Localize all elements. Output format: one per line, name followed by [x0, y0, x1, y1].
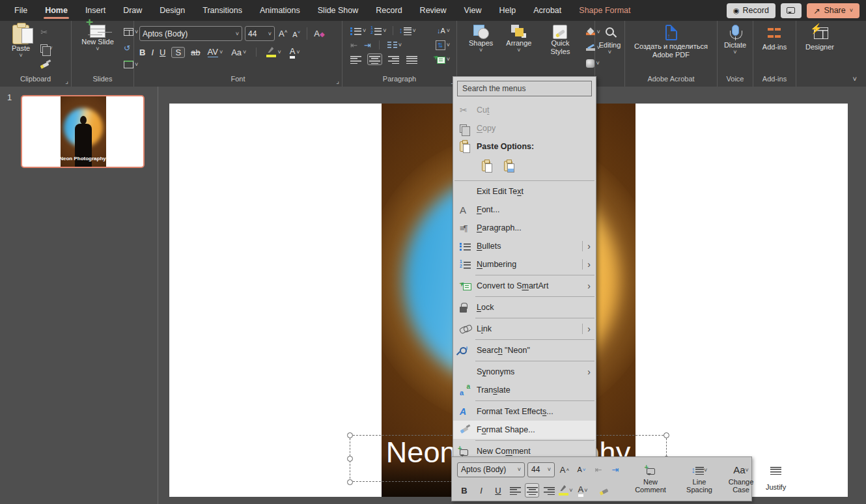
underline-button[interactable]: U	[160, 48, 165, 57]
justify-button[interactable]	[405, 53, 419, 65]
font-family-combobox[interactable]: Aptos (Body) ˅	[139, 26, 242, 41]
change-case-button[interactable]: Aa ˅	[230, 46, 247, 58]
paste-keep-formatting-button[interactable]	[478, 158, 494, 174]
mini-new-comment-button[interactable]: New Comment	[628, 457, 673, 501]
text-shadow-button[interactable]: S	[171, 47, 185, 58]
italic-button[interactable]: I	[151, 48, 154, 57]
resize-handle-middle-left[interactable]	[347, 456, 353, 462]
slide-thumbnail[interactable]: Neon Photography	[21, 95, 145, 168]
menu-item-lock[interactable]: Lock	[453, 298, 596, 316]
tab-acrobat[interactable]: Acrobat	[532, 0, 563, 21]
mini-italic-button[interactable]: I	[474, 483, 488, 497]
font-size-combobox[interactable]: 44 ˅	[245, 26, 275, 41]
tab-shape-format[interactable]: Shape Format	[578, 0, 632, 21]
text-highlight-color-button[interactable]: ˅	[265, 46, 282, 58]
align-left-button[interactable]	[349, 53, 363, 65]
editing-button[interactable]: Editing ˅	[598, 25, 622, 55]
convert-to-smartart-button[interactable]: ˅	[432, 53, 451, 65]
tab-file[interactable]: File	[13, 0, 29, 21]
copy-button[interactable]: ˅	[39, 42, 53, 54]
bullets-button[interactable]: ˅	[349, 25, 367, 36]
menu-item-copy[interactable]: Copy	[453, 119, 596, 137]
tab-draw[interactable]: Draw	[122, 0, 143, 21]
record-button[interactable]: ◉ Record	[727, 3, 775, 18]
designer-button[interactable]: Designer	[802, 25, 838, 51]
menu-item-synonyms[interactable]: Synonyms ›	[453, 363, 596, 381]
menu-item-font[interactable]: A Font...	[453, 201, 596, 219]
text-direction-button[interactable]: ↓A ˅	[436, 25, 451, 36]
align-right-button[interactable]	[387, 53, 400, 65]
mini-align-center-button[interactable]	[525, 483, 539, 497]
strikethrough-button[interactable]: ab	[191, 48, 200, 57]
increase-font-size-button[interactable]: A˄	[277, 28, 288, 40]
paste-as-picture-button[interactable]	[500, 158, 516, 174]
increase-indent-button[interactable]: ⇥	[363, 39, 372, 51]
decrease-font-size-button[interactable]: A˅	[291, 28, 301, 40]
menu-item-search-neon[interactable]: Search "Neon"	[453, 341, 596, 359]
mini-change-case-button[interactable]: Aa˅ Change Case	[720, 457, 762, 501]
tab-animations[interactable]: Animations	[258, 0, 301, 21]
resize-handle-bottom-left[interactable]	[347, 479, 353, 485]
mini-format-painter-button[interactable]	[593, 483, 607, 497]
menu-item-paragraph[interactable]: ≡¶ Paragraph...	[453, 219, 596, 237]
align-text-button[interactable]: ⇅ ˅	[434, 39, 451, 51]
clipboard-dialog-launcher[interactable]: ⌟	[65, 77, 68, 85]
mini-underline-button[interactable]: U	[491, 483, 505, 497]
mini-highlight-button[interactable]: ˅	[559, 483, 573, 497]
menu-search-input[interactable]	[457, 81, 592, 96]
dictate-button[interactable]: Dictate ˅	[720, 25, 750, 55]
menu-item-format-text-effects[interactable]: A Format Text Effects...	[453, 402, 596, 421]
line-spacing-button[interactable]: ↕ ˅	[398, 25, 417, 36]
resize-handle-top-left[interactable]	[347, 432, 353, 438]
mini-increase-indent-button[interactable]: ⇥	[608, 462, 622, 477]
tab-design[interactable]: Design	[158, 0, 186, 21]
menu-item-bullets[interactable]: Bullets ›	[453, 237, 596, 255]
mini-bold-button[interactable]: B	[457, 483, 471, 497]
format-painter-button[interactable]	[39, 59, 53, 70]
font-color-button[interactable]: A ˅	[288, 46, 301, 58]
menu-item-numbering[interactable]: Numbering ›	[453, 255, 596, 273]
arrange-button[interactable]: Arrange ˅	[502, 25, 535, 53]
tab-slide-show[interactable]: Slide Show	[316, 0, 360, 21]
collapse-ribbon-button[interactable]: ˅	[853, 75, 857, 83]
comments-button[interactable]	[781, 3, 802, 18]
add-ins-button[interactable]: Add-ins	[759, 25, 790, 51]
bold-button[interactable]: B	[139, 48, 145, 57]
mini-font-family-combobox[interactable]: Aptos (Body) ˅	[457, 462, 525, 477]
tab-transitions[interactable]: Transitions	[201, 0, 244, 21]
menu-item-translate[interactable]: Translate	[453, 381, 596, 399]
decrease-indent-button[interactable]: ⇤	[349, 39, 359, 51]
paste-button[interactable]: Paste ˅	[8, 25, 34, 58]
font-dialog-launcher[interactable]: ⌟	[336, 77, 339, 85]
mini-font-color-button[interactable]: A ˅	[576, 483, 590, 497]
mini-line-spacing-button[interactable]: ↕˅ Line Spacing	[678, 457, 720, 501]
tab-view[interactable]: View	[463, 0, 483, 21]
tab-help[interactable]: Help	[497, 0, 517, 21]
menu-item-exit-edit-text[interactable]: Exit Edit Text	[453, 182, 596, 201]
mini-align-right-button[interactable]	[542, 483, 556, 497]
menu-item-link[interactable]: Link ›	[453, 320, 596, 338]
numbering-button[interactable]: ˅	[369, 25, 387, 36]
cut-button[interactable]: ✂	[39, 26, 53, 38]
menu-item-cut[interactable]: ✂ Cut	[453, 101, 596, 119]
menu-item-format-shape[interactable]: Format Shape...	[453, 421, 596, 439]
quick-styles-button[interactable]: Quick Styles	[540, 25, 580, 56]
columns-button[interactable]: ˅	[386, 39, 403, 51]
align-center-button[interactable]	[367, 53, 382, 65]
tab-home[interactable]: Home	[44, 0, 69, 21]
mini-increase-font-button[interactable]: A˄	[557, 462, 572, 477]
mini-justify-button[interactable]: Justify	[762, 457, 790, 501]
clear-formatting-button[interactable]: A◆	[313, 28, 326, 40]
character-spacing-button[interactable]: AV ˅	[206, 46, 225, 58]
create-adobe-pdf-button[interactable]: Создать и поделиться Adobe PDF	[625, 25, 718, 59]
mini-align-left-button[interactable]	[508, 483, 522, 497]
mini-font-size-combobox[interactable]: 44 ˅	[527, 462, 555, 477]
shapes-button[interactable]: Shapes ˅	[465, 25, 497, 53]
new-slide-button[interactable]: New Slide ˅	[77, 25, 119, 51]
tab-record[interactable]: Record	[374, 0, 403, 21]
mini-decrease-indent-button[interactable]: ⇤	[591, 462, 606, 477]
menu-item-convert-to-smartart[interactable]: Convert to SmartArt ›	[453, 277, 596, 295]
share-button[interactable]: ↗ Share ˅	[807, 3, 859, 18]
resize-handle-top-right[interactable]	[663, 432, 669, 438]
tab-review[interactable]: Review	[419, 0, 448, 21]
